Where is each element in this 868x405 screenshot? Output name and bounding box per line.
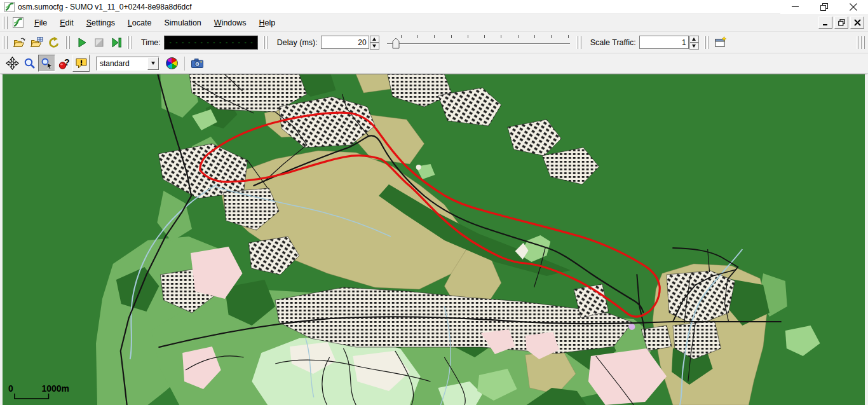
help-icon: ? (58, 57, 71, 70)
menu-file[interactable]: File (28, 15, 53, 31)
simulation-toolbar: Time: - - - - - - - - - - - - - - - - De… (0, 32, 868, 53)
color-scheme-combobox: standard (96, 57, 159, 71)
scale-spin-up[interactable] (689, 36, 699, 43)
play-icon (76, 36, 88, 49)
mdi-minimize-button[interactable] (818, 17, 832, 29)
window-title: osm.sumocfg - SUMO v1_11_0+0244-8e98a8d6… (18, 3, 192, 11)
up-arrow-icon (372, 38, 376, 41)
up-arrow-icon (692, 38, 696, 41)
restore-icon (820, 3, 828, 11)
toolbar-grip[interactable] (704, 36, 710, 49)
open-network-button[interactable] (28, 34, 45, 51)
step-icon (110, 36, 123, 49)
scale-traffic-label: Scale Traffic: (590, 38, 636, 47)
reload-button[interactable] (45, 34, 62, 51)
sumo-logo-icon-small (13, 17, 24, 28)
slider-groove[interactable] (387, 43, 570, 45)
toolbar-grip[interactable] (3, 36, 9, 49)
menubar: File Edit Settings Locate Simulation Win… (0, 14, 868, 32)
scale-zero-label: 0 (8, 383, 13, 394)
snapshot-button[interactable] (189, 55, 206, 72)
window-titlebar: osm.sumocfg - SUMO v1_11_0+0244-8e98a8d6… (0, 0, 868, 14)
locate-icon (41, 57, 53, 70)
play-button[interactable] (73, 34, 90, 51)
minimize-icon (792, 3, 799, 10)
toolbar-grip[interactable] (576, 36, 583, 49)
slider-handle[interactable] (392, 38, 400, 51)
snapshot-icon (191, 57, 204, 70)
mdi-restore-icon (838, 19, 845, 26)
scale-traffic-input[interactable] (639, 36, 689, 49)
view-toolbar: ? standard (0, 53, 868, 74)
time-lcd-display: - - - - - - - - - - - - - - - - (164, 36, 258, 50)
map-view: 0 1000m (0, 74, 868, 405)
delay-spin-up[interactable] (370, 36, 379, 43)
restore-button[interactable] (810, 0, 839, 14)
open-config-icon (13, 36, 26, 49)
down-arrow-icon (692, 45, 696, 48)
recenter-icon (6, 57, 19, 70)
zoom-icon (24, 57, 36, 70)
recenter-button[interactable] (4, 55, 21, 72)
special-area (628, 324, 635, 330)
reload-icon (48, 36, 60, 49)
mdi-minimize-icon (822, 20, 829, 26)
menu-simulation[interactable]: Simulation (158, 15, 207, 31)
slider-ticks (401, 35, 569, 39)
stop-button[interactable] (90, 34, 107, 51)
toolbar-grip[interactable] (65, 36, 71, 49)
chevron-down-icon (151, 62, 155, 65)
new-view-button[interactable] (712, 34, 729, 51)
scale-traffic-spinbox (639, 36, 699, 50)
menu-edit[interactable]: Edit (53, 15, 80, 31)
zoom-button[interactable] (21, 55, 38, 72)
toolbar-end-grip[interactable] (857, 36, 866, 49)
stop-icon (93, 36, 105, 49)
menu-help[interactable]: Help (253, 15, 282, 31)
delay-spinbox (321, 36, 379, 50)
scale-distance-label: 1000m (42, 383, 69, 394)
open-network-icon (30, 36, 43, 49)
open-config-button[interactable] (11, 34, 28, 51)
sumo-logo-icon (4, 2, 15, 12)
menubar-grip[interactable] (3, 17, 9, 29)
combo-dropdown-button[interactable] (147, 57, 159, 70)
delay-label: Delay (ms): (277, 38, 318, 47)
scale-spin-down[interactable] (689, 43, 699, 50)
menu-locate[interactable]: Locate (121, 15, 158, 31)
mdi-close-button[interactable] (850, 17, 864, 29)
time-label: Time: (141, 38, 161, 47)
minimize-button[interactable] (780, 0, 810, 14)
messages-button[interactable] (72, 55, 90, 72)
map-canvas[interactable]: 0 1000m (3, 74, 865, 405)
mdi-close-icon (854, 19, 861, 26)
delay-input[interactable] (321, 36, 369, 49)
mdi-restore-button[interactable] (834, 17, 848, 29)
toolbar-grip[interactable] (263, 36, 269, 49)
close-icon (850, 3, 857, 11)
locate-button[interactable] (38, 55, 55, 72)
down-arrow-icon (372, 45, 376, 48)
new-view-icon (714, 36, 727, 49)
toolbar-grip[interactable] (127, 36, 133, 49)
svg-text:?: ? (64, 57, 70, 67)
menu-windows[interactable]: Windows (208, 15, 253, 31)
step-button[interactable] (107, 34, 125, 51)
delay-slider[interactable] (386, 34, 571, 51)
delay-spin-down[interactable] (370, 43, 379, 50)
menu-settings[interactable]: Settings (80, 15, 121, 31)
edit-coloring-button[interactable] (163, 55, 180, 72)
color-scheme-value[interactable]: standard (97, 57, 147, 70)
toolbar-separator (184, 57, 185, 71)
color-wheel-icon (166, 57, 178, 69)
help-button[interactable]: ? (55, 55, 72, 72)
messages-icon (75, 57, 88, 70)
close-button[interactable] (839, 0, 868, 14)
